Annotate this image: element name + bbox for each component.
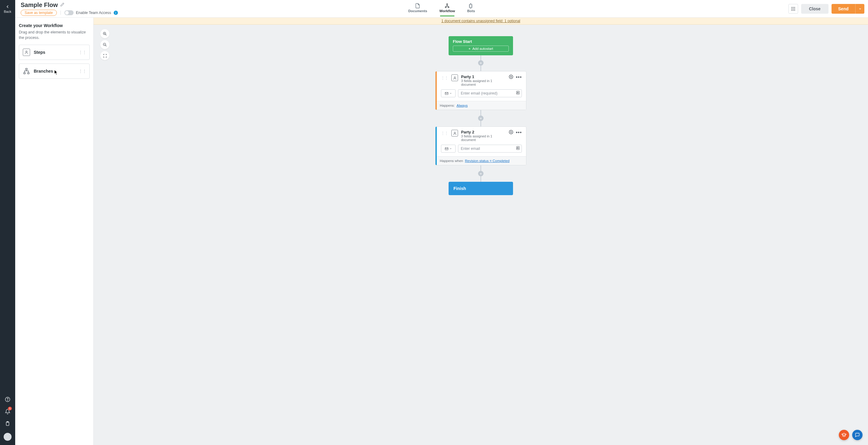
zoom-out-button[interactable]: [100, 40, 110, 49]
step-subtitle: 3 fields assigned in 1 document: [461, 135, 506, 142]
canvas[interactable]: 1 document contains unassigned field: 1 …: [94, 18, 868, 445]
add-step-button[interactable]: +: [478, 60, 484, 66]
chat-icon: [855, 433, 860, 437]
step-settings-button[interactable]: [509, 130, 513, 136]
happens-prefix: Happens when: [440, 159, 463, 162]
autostart-label: Add autostart: [472, 47, 493, 51]
svg-point-31: [518, 92, 519, 93]
save-template-button[interactable]: Save as template: [21, 10, 57, 16]
drag-handle-icon: ⋮⋮: [79, 69, 86, 73]
address-book-icon: [516, 91, 520, 95]
tab-documents-label: Documents: [408, 9, 427, 13]
svg-point-10: [792, 8, 792, 9]
condition-link[interactable]: Always: [457, 103, 467, 107]
notifications-button[interactable]: 5: [2, 406, 14, 418]
add-autostart-button[interactable]: + Add autostart: [453, 46, 509, 52]
edit-title-icon[interactable]: [60, 2, 64, 8]
elements-panel: Create your Workflow Drag and drop the e…: [15, 18, 94, 445]
graduation-cap-icon: [841, 432, 847, 438]
drag-handle-icon[interactable]: ⋮⋮: [441, 131, 448, 135]
svg-point-1: [7, 400, 8, 400]
gear-icon: [509, 75, 513, 79]
step-more-button[interactable]: •••: [516, 130, 522, 136]
email-input[interactable]: [458, 145, 522, 153]
svg-point-27: [454, 77, 455, 78]
step-settings-button[interactable]: [509, 75, 513, 80]
step-title: Party 2: [461, 130, 506, 135]
condition-link[interactable]: Revision status = Completed: [465, 159, 510, 162]
back-button[interactable]: Back: [1, 2, 14, 14]
chevron-down-icon: [450, 92, 452, 94]
branch-icon: [23, 67, 30, 75]
tab-workflow-label: Workflow: [439, 9, 455, 13]
close-button[interactable]: Close: [801, 4, 829, 14]
drag-handle-icon: ⋮⋮: [79, 50, 86, 55]
svg-rect-17: [26, 68, 27, 70]
svg-point-8: [793, 7, 794, 8]
back-label: Back: [1, 10, 14, 13]
notification-badge: 5: [8, 407, 12, 410]
warning-banner: 1 document contains unassigned field: 1 …: [94, 18, 868, 25]
gear-icon: [509, 130, 513, 135]
team-access-toggle[interactable]: [64, 10, 73, 15]
add-step-button[interactable]: +: [478, 116, 484, 121]
svg-point-12: [794, 8, 795, 9]
drag-handle-icon[interactable]: ⋮⋮: [441, 76, 448, 80]
svg-point-6: [448, 7, 449, 8]
step-party2[interactable]: ⋮⋮ Party 2 3 fields assigned in 1 docume…: [435, 126, 526, 165]
address-book-button[interactable]: [516, 146, 520, 151]
person-icon: [23, 49, 30, 56]
svg-point-7: [792, 7, 792, 8]
svg-line-21: [105, 34, 107, 35]
svg-line-25: [105, 45, 107, 47]
chat-fab[interactable]: [852, 430, 863, 440]
warning-link[interactable]: 1 document contains unassigned field: 1 …: [441, 19, 520, 23]
team-access-label: Enable Team Access: [76, 11, 111, 15]
svg-point-15: [794, 10, 795, 11]
apps-button[interactable]: [788, 4, 798, 14]
svg-point-36: [510, 131, 512, 133]
panel-title: Create your Workflow: [19, 23, 90, 28]
flow-start-node[interactable]: Flow Start + Add autostart: [448, 36, 513, 55]
zoom-out-icon: [103, 42, 107, 47]
step-more-button[interactable]: •••: [516, 75, 522, 80]
chevron-down-icon: [859, 7, 862, 10]
academy-fab[interactable]: [839, 430, 849, 440]
grid-icon: [791, 6, 796, 11]
email-type-dropdown[interactable]: [441, 89, 456, 97]
svg-point-14: [793, 10, 794, 11]
step-party1[interactable]: ⋮⋮ Party 1 3 fields assigned in 1 docume…: [435, 71, 526, 110]
svg-point-35: [454, 132, 455, 133]
element-branches-label: Branches: [34, 69, 53, 73]
element-branches[interactable]: Branches ⋮⋮: [19, 63, 90, 79]
finish-node[interactable]: Finish: [448, 182, 513, 195]
address-book-button[interactable]: [516, 91, 520, 96]
divider: [60, 11, 61, 15]
tab-workflow[interactable]: Workflow: [438, 2, 457, 15]
svg-point-9: [794, 7, 795, 8]
mail-icon: [445, 147, 448, 151]
zoom-in-button[interactable]: [100, 29, 110, 38]
help-button[interactable]: [2, 393, 14, 406]
clipboard-icon: [5, 421, 10, 426]
svg-point-13: [792, 10, 792, 11]
send-button[interactable]: Send: [832, 4, 855, 14]
tab-bots[interactable]: Bots: [465, 2, 477, 15]
email-type-dropdown[interactable]: [441, 145, 456, 153]
tab-documents[interactable]: Documents: [406, 2, 429, 15]
email-input[interactable]: [458, 89, 522, 97]
user-avatar[interactable]: [4, 433, 11, 441]
svg-point-4: [447, 4, 448, 5]
info-icon[interactable]: i: [114, 11, 118, 15]
add-step-button[interactable]: +: [478, 171, 484, 176]
tab-bots-label: Bots: [467, 9, 475, 13]
puzzle-icon: [468, 3, 474, 8]
nav-tabs: Documents Workflow Bots: [406, 0, 477, 17]
svg-point-28: [510, 76, 512, 78]
workflow-icon: [445, 3, 450, 8]
document-icon: [415, 3, 420, 8]
send-dropdown-button[interactable]: [855, 4, 864, 14]
fullscreen-button[interactable]: [100, 51, 110, 60]
clipboard-button[interactable]: [2, 418, 14, 430]
element-steps[interactable]: Steps ⋮⋮: [19, 45, 90, 60]
